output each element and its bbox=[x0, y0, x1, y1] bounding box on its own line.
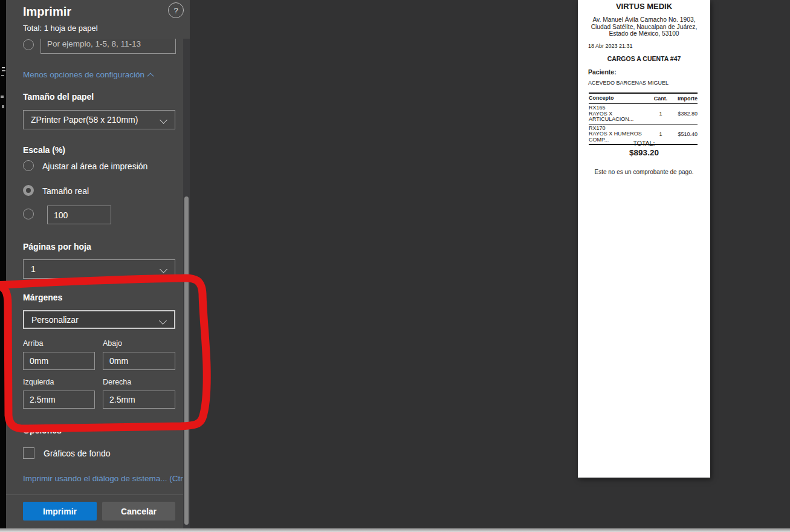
background-graphics-label: Gráficos de fondo bbox=[44, 449, 111, 458]
cell-qty: 1 bbox=[653, 111, 669, 117]
cancel-button[interactable]: Cancelar bbox=[102, 502, 175, 521]
cell-amount: $510.40 bbox=[669, 131, 698, 137]
scale-real-radio[interactable] bbox=[23, 185, 34, 196]
page-range-input[interactable] bbox=[40, 39, 176, 54]
patient-name: ACEVEDO BARCENAS MIGUEL bbox=[588, 80, 669, 86]
help-button[interactable]: ? bbox=[168, 2, 184, 18]
receipt-datetime: 18 Abr 2023 21:31 bbox=[588, 43, 633, 49]
table-row: RX165 RAYOS X ARTICULACION... 1 $382.80 bbox=[589, 104, 698, 125]
receipt-footer-note: Este no es un comprobante de pago. bbox=[578, 169, 710, 175]
edge-mark bbox=[2, 67, 5, 68]
paper-size-label: Tamaño del papel bbox=[23, 92, 94, 102]
receipt-paper: VIRTUS MEDIK Av. Manuel Ávila Camacho No… bbox=[578, 0, 710, 478]
receipt-table-header: Concepto Cant. Importe bbox=[589, 92, 698, 104]
dialog-subtitle: Total: 1 hoja de papel bbox=[23, 24, 98, 33]
fewer-settings-link[interactable]: Menos opciones de configuración bbox=[23, 70, 154, 79]
margin-top-label: Arriba bbox=[23, 339, 43, 348]
panel-scrollbar-thumb[interactable] bbox=[184, 196, 189, 525]
margin-right-input[interactable] bbox=[103, 391, 175, 409]
edge-mark bbox=[1, 96, 4, 98]
scale-custom-radio[interactable] bbox=[23, 209, 34, 219]
margin-right-label: Derecha bbox=[103, 378, 131, 386]
receipt-document-title: CARGOS A CUENTA #47 bbox=[578, 55, 710, 62]
receipt-business-name: VIRTUS MEDIK bbox=[578, 2, 710, 11]
margins-value: Personalizar bbox=[31, 315, 79, 325]
pages-per-sheet-label: Páginas por hoja bbox=[23, 242, 91, 251]
margins-label: Márgenes bbox=[23, 293, 62, 302]
receipt-total-amount: $893.20 bbox=[578, 148, 710, 157]
edge-mark bbox=[2, 105, 4, 108]
bottom-edge-strip bbox=[0, 528, 790, 532]
margins-select[interactable]: Personalizar bbox=[23, 310, 175, 329]
system-dialog-link[interactable]: Imprimir usando el diálogo de sistema...… bbox=[23, 474, 190, 483]
dialog-header: Imprimir Total: 1 hoja de papel ? bbox=[6, 0, 190, 39]
header-amount: Importe bbox=[669, 96, 698, 102]
question-icon: ? bbox=[173, 6, 178, 15]
footer-divider bbox=[6, 495, 190, 495]
print-button[interactable]: Imprimir bbox=[23, 502, 97, 521]
page-range-row bbox=[6, 39, 190, 54]
cell-amount: $382.80 bbox=[669, 111, 698, 117]
header-qty: Cant. bbox=[653, 96, 669, 102]
print-dialog: Imprimir Total: 1 hoja de papel ? Menos … bbox=[6, 0, 190, 528]
scale-fit-radio[interactable] bbox=[23, 160, 34, 171]
receipt-table: Concepto Cant. Importe RX165 RAYOS X ART… bbox=[589, 92, 698, 145]
chevron-down-icon bbox=[160, 116, 167, 124]
margin-left-input[interactable] bbox=[23, 391, 95, 409]
scale-real-label: Tamaño real bbox=[42, 186, 89, 196]
paper-size-value: ZPrinter Paper(58 x 210mm) bbox=[31, 115, 138, 125]
receipt-address: Av. Manuel Ávila Camacho No. 1903, Ciuda… bbox=[578, 16, 710, 37]
chevron-up-icon bbox=[147, 73, 154, 79]
options-label: Opciones bbox=[23, 426, 62, 435]
margin-bottom-label: Abajo bbox=[103, 339, 122, 348]
margin-bottom-input[interactable] bbox=[103, 352, 175, 370]
header-concept: Concepto bbox=[589, 96, 653, 102]
scale-label: Escala (%) bbox=[23, 145, 65, 155]
patient-label: Paciente: bbox=[588, 68, 617, 76]
left-edge-strip bbox=[0, 0, 6, 532]
pages-per-sheet-select[interactable]: 1 bbox=[23, 259, 175, 279]
scale-custom-input[interactable] bbox=[47, 206, 111, 224]
cell-qty: 1 bbox=[653, 131, 669, 137]
chevron-down-icon bbox=[160, 265, 167, 273]
chevron-down-icon bbox=[159, 317, 167, 325]
scale-fit-label: Ajustar al área de impresión bbox=[42, 161, 147, 171]
edge-mark bbox=[2, 70, 5, 71]
dialog-title: Imprimir bbox=[23, 5, 71, 19]
cell-concept: RX165 RAYOS X ARTICULACION... bbox=[589, 105, 653, 123]
edge-mark bbox=[1, 75, 4, 76]
receipt-total-label: TOTAL: bbox=[578, 140, 710, 147]
print-preview: VIRTUS MEDIK Av. Manuel Ávila Camacho No… bbox=[190, 0, 790, 528]
pages-per-sheet-value: 1 bbox=[31, 264, 36, 274]
page-range-radio[interactable] bbox=[23, 39, 34, 50]
margin-top-input[interactable] bbox=[23, 352, 95, 370]
print-screen: Imprimir Total: 1 hoja de papel ? Menos … bbox=[0, 0, 790, 532]
margin-left-label: Izquierda bbox=[23, 378, 54, 386]
paper-size-select[interactable]: ZPrinter Paper(58 x 210mm) bbox=[23, 110, 175, 129]
background-graphics-checkbox[interactable] bbox=[23, 447, 34, 459]
